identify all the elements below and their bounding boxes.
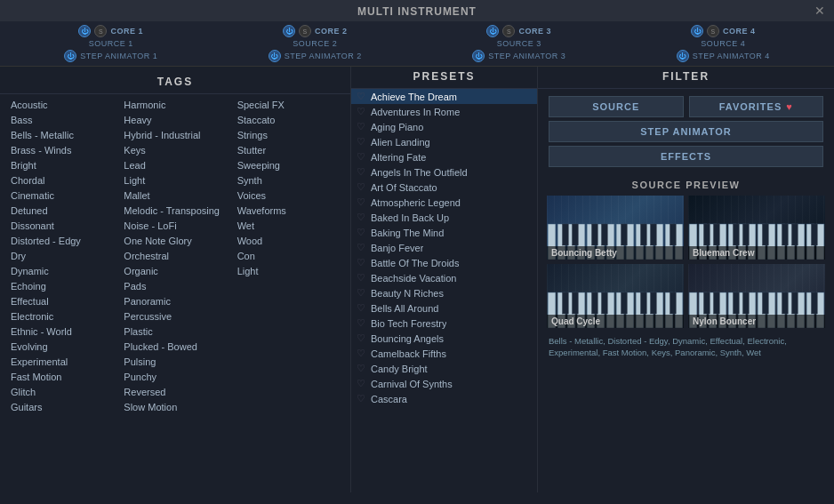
tag-item[interactable]: Echoing <box>5 279 118 293</box>
tag-item[interactable]: Plucked - Bowed <box>118 340 231 354</box>
favorite-heart-icon[interactable]: ♡ <box>357 91 365 102</box>
favorite-heart-icon[interactable]: ♡ <box>357 363 365 374</box>
tag-item[interactable]: Glitch <box>5 385 118 399</box>
tag-item[interactable]: Percussive <box>118 309 231 324</box>
source-filter-btn[interactable]: SOURCE <box>549 96 684 117</box>
tag-item[interactable]: Evolving <box>5 340 118 354</box>
tag-item[interactable]: Con <box>232 249 345 263</box>
favorites-btn[interactable]: FAVORITES ♥ <box>689 96 824 117</box>
tag-item[interactable]: Dissonant <box>5 219 118 233</box>
preset-row[interactable]: ♡ Beauty N Riches <box>351 285 537 300</box>
favorite-heart-icon[interactable]: ♡ <box>357 151 365 163</box>
favorite-heart-icon[interactable]: ♡ <box>357 121 365 132</box>
tag-item[interactable]: Orchestral <box>118 249 231 263</box>
favorite-heart-icon[interactable]: ♡ <box>357 196 365 208</box>
tag-item[interactable]: Organic <box>118 264 231 278</box>
preset-row[interactable]: ♡ Angels In The Outfield <box>351 164 537 180</box>
close-button[interactable]: ✕ <box>814 4 825 18</box>
preset-row[interactable]: ♡ Camelback Fifths <box>351 346 537 361</box>
tag-item[interactable]: Pulsing <box>118 355 231 369</box>
tag-item[interactable]: Fast Motion <box>5 370 118 384</box>
preset-row[interactable]: ♡ Beachside Vacation <box>351 270 537 285</box>
preset-row[interactable]: ♡ Adventures In Rome <box>351 104 537 119</box>
power-btn-anim-2[interactable]: ⏻ <box>269 50 281 62</box>
tag-item[interactable]: Hybrid - Industrial <box>118 128 231 142</box>
tag-item[interactable]: Keys <box>118 143 231 157</box>
favorite-heart-icon[interactable]: ♡ <box>357 212 365 223</box>
tag-item[interactable]: Pads <box>118 279 231 293</box>
tag-item[interactable]: Punchy <box>118 370 231 384</box>
tag-item[interactable]: Strings <box>232 128 345 142</box>
effects-filter-btn[interactable]: EFFECTS <box>549 146 823 167</box>
preset-row[interactable]: ♡ Battle Of The Droids <box>351 255 537 270</box>
preview-card-2[interactable]: Quad Cycle <box>547 264 684 328</box>
tag-item[interactable]: Mallet <box>118 188 231 203</box>
preset-row[interactable]: ♡ Art Of Staccato <box>351 180 537 195</box>
favorite-heart-icon[interactable]: ♡ <box>357 302 365 314</box>
preset-row[interactable]: ♡ Carnival Of Synths <box>351 376 537 391</box>
tag-item[interactable]: Chordal <box>5 173 118 188</box>
tag-item[interactable]: Distorted - Edgy <box>5 234 118 248</box>
favorite-heart-icon[interactable]: ♡ <box>357 317 365 329</box>
favorite-heart-icon[interactable]: ♡ <box>357 378 365 389</box>
tag-item[interactable]: Wet <box>232 219 345 233</box>
favorite-heart-icon[interactable]: ♡ <box>357 227 365 238</box>
power-btn-anim-3[interactable]: ⏻ <box>472 50 485 62</box>
favorite-heart-icon[interactable]: ♡ <box>357 181 365 193</box>
tag-item[interactable]: Heavy <box>118 113 231 127</box>
tag-item[interactable]: Noise - LoFi <box>118 219 231 233</box>
preset-row[interactable]: ♡ Bells All Around <box>351 300 537 316</box>
preview-card-1[interactable]: Blueman Crew <box>688 196 825 260</box>
preview-card-3[interactable]: Nylon Bouncer <box>688 264 825 328</box>
tag-item[interactable]: Experimental <box>5 355 118 369</box>
tag-item[interactable]: Special FX <box>232 98 345 112</box>
tag-item[interactable]: Brass - Winds <box>5 143 118 157</box>
preset-row[interactable]: ♡ Atmospheric Legend <box>351 195 537 210</box>
tag-item[interactable]: Dynamic <box>5 264 118 278</box>
tag-item[interactable]: Light <box>232 264 345 278</box>
favorite-heart-icon[interactable]: ♡ <box>357 136 365 148</box>
presets-list[interactable]: ♡ Achieve The Dream ♡ Adventures In Rome… <box>351 89 537 492</box>
tag-item[interactable]: Lead <box>118 158 231 172</box>
preset-row[interactable]: ♡ Achieve The Dream <box>351 89 537 104</box>
step-animator-filter-btn[interactable]: STEP ANIMATOR <box>549 121 823 142</box>
preset-row[interactable]: ♡ Baked In Back Up <box>351 210 537 225</box>
tag-item[interactable]: Sweeping <box>232 158 345 172</box>
favorite-heart-icon[interactable]: ♡ <box>357 272 365 284</box>
tag-item[interactable]: Bells - Metallic <box>5 128 118 142</box>
tag-item[interactable]: Electronic <box>5 309 118 324</box>
tag-item[interactable]: Acoustic <box>5 98 118 112</box>
tag-item[interactable]: Wood <box>232 234 345 248</box>
tag-item[interactable]: Bright <box>5 158 118 172</box>
preset-row[interactable]: ♡ Bouncing Angels <box>351 331 537 346</box>
favorite-heart-icon[interactable]: ♡ <box>357 348 365 359</box>
tag-item[interactable]: One Note Glory <box>118 234 231 248</box>
tag-item[interactable]: Staccato <box>232 113 345 127</box>
tag-item[interactable]: Harmonic <box>118 98 231 112</box>
preset-row[interactable]: ♡ Baking The Mind <box>351 225 537 240</box>
preset-row[interactable]: ♡ Candy Bright <box>351 361 537 376</box>
preset-row[interactable]: ♡ Cascara <box>351 391 537 406</box>
tag-item[interactable]: Detuned <box>5 204 118 218</box>
favorite-heart-icon[interactable]: ♡ <box>357 393 365 404</box>
tag-item[interactable]: Melodic - Transposing <box>118 204 231 218</box>
tag-item[interactable]: Waveforms <box>232 204 345 218</box>
tag-item[interactable]: Stutter <box>232 143 345 157</box>
power-btn-core-2[interactable]: ⏻ <box>283 25 295 37</box>
power-btn-core-1[interactable]: ⏻ <box>78 25 91 37</box>
preset-row[interactable]: ♡ Altering Fate <box>351 149 537 164</box>
tag-item[interactable]: Bass <box>5 113 118 127</box>
power-btn-core-4[interactable]: ⏻ <box>691 25 703 37</box>
tag-item[interactable]: Dry <box>5 249 118 263</box>
tag-item[interactable]: Slow Motion <box>118 400 231 414</box>
power-btn-anim-4[interactable]: ⏻ <box>677 50 689 62</box>
tag-item[interactable]: Plastic <box>118 324 231 339</box>
power-btn-anim-1[interactable]: ⏻ <box>64 50 76 62</box>
preset-row[interactable]: ♡ Aging Piano <box>351 119 537 134</box>
tag-item[interactable]: Effectual <box>5 294 118 308</box>
favorite-heart-icon[interactable]: ♡ <box>357 287 365 299</box>
power-btn-core-3[interactable]: ⏻ <box>486 25 499 37</box>
preset-row[interactable]: ♡ Banjo Fever <box>351 240 537 255</box>
preset-row[interactable]: ♡ Bio Tech Forestry <box>351 316 537 331</box>
tag-item[interactable]: Synth <box>232 173 345 188</box>
